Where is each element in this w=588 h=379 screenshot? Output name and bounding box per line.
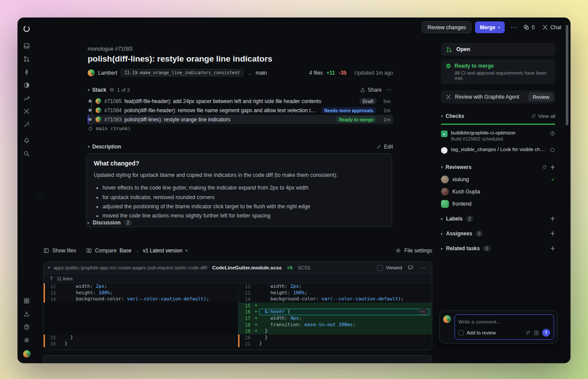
files-changed-count[interactable]: 4 files [309,70,323,76]
check-item[interactable]: tag_visible_changes / Look for visible c… [441,147,555,154]
review-changes-button[interactable]: Review changes [422,21,472,33]
diff-line[interactable]: 14 background-color: var(--color-caution… [44,296,238,303]
lightning-icon[interactable] [21,66,33,78]
breadcrumb-segment[interactable]: src [110,265,116,270]
check-item[interactable]: »buildkite/graphite-ci-optimizerBuild #1… [441,130,555,141]
expand-lines-button[interactable]: 11 lines [44,274,432,283]
submit-comment-button[interactable]: ↑ [542,329,550,337]
diff-file-name[interactable]: CodeLineGutter.module.scss [212,265,281,270]
target-branch[interactable]: main [256,70,267,76]
diff-line[interactable]: 14 background-color: var(--color-caution… [238,296,432,303]
insights-chart-icon[interactable] [21,92,33,104]
diff-more-button[interactable]: ⋯ [419,263,427,272]
discussion-toggle[interactable]: ▸ Discussion 2 [88,220,132,226]
help-icon[interactable] [21,321,33,333]
viewed-checkbox[interactable] [377,265,383,271]
stack-counter[interactable]: 0 [523,24,535,31]
checks-collapse-caret[interactable]: ▾ [441,114,443,118]
diff-line[interactable] [44,328,238,334]
more-options-button[interactable]: ⋯ [508,22,520,33]
comment-input[interactable] [458,319,550,324]
reviewer-row[interactable]: frontend [441,200,555,208]
breadcrumb-segment[interactable]: public [66,265,79,270]
diff-line[interactable]: 12 width: 2px; [44,283,238,290]
diff-line[interactable]: 21} [238,341,432,347]
diff-line[interactable]: 17+ width: 4px; [238,315,432,322]
diff-line[interactable]: 15+ [238,303,432,309]
stack-item[interactable]: #71083polish(diff-lines): restyle orange… [88,115,393,124]
line-actions-menu[interactable]: ⋯ [418,309,427,315]
branch-name-chip[interactable]: 11-19-make_orange_line_indicators_consis… [121,69,243,76]
sidebar-resize-handle[interactable]: ⋮⋮ [36,193,43,199]
viewed-toggle[interactable]: Viewed [377,265,402,271]
description-collapse-caret[interactable]: ▾ [88,145,90,149]
comment-bubble-icon[interactable] [407,265,414,271]
breadcrumb-segment[interactable]: router-pages [119,265,146,270]
section-add-button[interactable]: + [550,215,555,223]
diff-line[interactable]: 15 } [44,334,238,341]
diff-line[interactable] [44,309,238,315]
stack-item[interactable]: #71085feat(diff-file-header): add 24px s… [88,96,393,106]
diff-line[interactable] [44,303,238,309]
stack-collapse-caret[interactable]: ▾ [88,88,90,92]
share-button[interactable]: Share [360,87,382,93]
user-avatar[interactable] [23,350,31,358]
reviewers-collapse-caret[interactable]: ▾ [441,165,443,169]
diff-line[interactable] [44,322,238,328]
breadcrumb-segment[interactable]: parts [175,265,186,270]
next-file-panel-edge[interactable] [43,355,432,363]
agent-review-button[interactable]: Review [528,93,554,101]
merge-button[interactable]: Merge▾ [475,21,505,33]
diff-line[interactable]: 16} [44,341,238,347]
section-add-button[interactable]: + [550,245,555,252]
search-icon[interactable] [21,148,33,160]
graphite-logo[interactable] [21,23,33,35]
re-request-review-icon[interactable] [542,165,547,170]
edit-description-button[interactable]: Edit [376,144,393,150]
breadcrumb-segment[interactable]: pull-request [148,265,173,270]
stack-more-button[interactable]: ⋯ [384,86,393,94]
diff-file-header[interactable]: ▾ apps/public/graphite-app/src/router-pa… [44,262,432,274]
bell-icon[interactable] [21,134,33,147]
reviewer-row[interactable]: xiulung✓ [441,176,555,183]
breadcrumb-segment[interactable]: code-diff [188,265,206,270]
breadcrumb-segment[interactable]: graphite-app [81,265,108,270]
add-reviewer-button[interactable]: + [550,163,555,171]
reviewer-row[interactable]: Kush Gupta [441,188,555,196]
diff-line[interactable]: 12 width: 2px; [238,283,432,290]
diff-line[interactable]: 20 } [238,334,432,341]
diff-line[interactable]: 13 height: 100%; [238,290,432,296]
diff-line[interactable]: 19+ } [238,328,432,334]
paperclip-icon[interactable] [525,330,530,336]
shuffle-icon[interactable] [21,105,33,117]
scrollbar-thumb[interactable] [566,25,568,125]
add-to-review-checkbox[interactable] [458,330,464,335]
view-all-checks-button[interactable]: View all [531,114,555,119]
contrast-icon[interactable] [21,79,33,91]
section-labels[interactable]: ▸Labels2+ [441,215,555,223]
breadcrumb-segment[interactable]: apps [54,265,64,270]
diff-line[interactable]: 13 height: 100%; [44,290,238,296]
upload-image-icon[interactable] [533,330,539,336]
comment-box[interactable]: Add to review ↑ [455,314,554,340]
section-related-tasks[interactable]: ▸Related tasks0+ [441,245,555,252]
stack-item[interactable]: #71084polish(diff-file-header): remove f… [88,106,393,115]
chat-button[interactable]: Chat [542,24,561,31]
diff-line[interactable]: 18+ transition: ease-in-out 100ms; [238,322,432,328]
inbox-icon[interactable] [21,40,33,52]
diff-line[interactable] [44,315,238,322]
apps-grid-icon[interactable] [21,295,33,307]
section-assignees[interactable]: ▸Assignees0+ [441,230,555,238]
pull-request-icon[interactable] [21,53,33,65]
archive-tray-icon[interactable] [21,308,33,320]
show-files-toggle[interactable]: Show files [43,248,76,254]
author-name[interactable]: Lambert [98,70,117,76]
author-avatar[interactable] [88,69,95,76]
file-collapse-caret[interactable]: ▾ [48,265,50,270]
compare-versions-control[interactable]: Compare Base → v1 Latest version ▾ [86,248,188,254]
file-settings-button[interactable]: File settings [395,248,432,254]
section-add-button[interactable]: + [550,230,555,238]
stack-trunk-item[interactable]: main (trunk) [88,124,393,133]
settings-gear-icon[interactable] [21,334,33,346]
diff-line[interactable]: 16+ &:hover {⋯ [238,309,432,315]
